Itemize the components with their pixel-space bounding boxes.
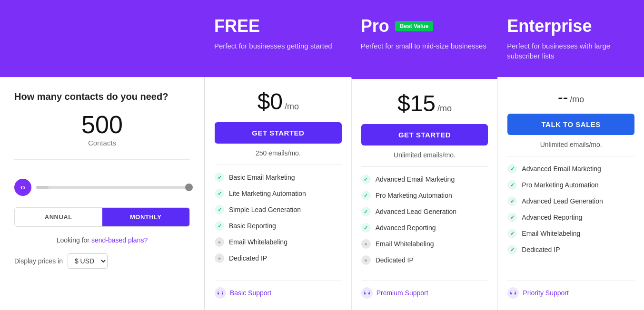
free-check-4: ● (215, 237, 224, 247)
enterprise-price-row: -- /mo (507, 88, 634, 106)
pro-feature-4: ● Email Whitelabeling (361, 239, 488, 249)
free-plan-subtitle: Perfect for businesses getting started (214, 41, 342, 51)
display-prices-label: Display prices in (14, 257, 63, 265)
enterprise-plan-subtitle: Perfect for businesses with large subscr… (507, 41, 634, 61)
enterprise-feature-3: ✓ Advanced Reporting (507, 213, 634, 222)
enterprise-check-1: ✓ (507, 180, 517, 190)
slider-thumb[interactable] (185, 184, 193, 191)
header-left-spacer (0, 11, 205, 66)
pro-feature-label-0: Advanced Email Marketing (376, 175, 455, 183)
pro-plan-header: Pro Best Value Perfect for small to mid-… (351, 11, 498, 66)
pro-emails: Unlimited emails/mo. (361, 151, 488, 167)
pro-plan-subtitle: Perfect for small to mid-size businesses (361, 41, 488, 51)
enterprise-support-icon (507, 287, 519, 299)
enterprise-feature-label-2: Advanced Lead Generation (522, 197, 603, 205)
enterprise-features-list: ✓ Advanced Email Marketing ✓ Pro Marketi… (507, 164, 634, 272)
free-plan-header: free Perfect for businesses getting star… (205, 11, 351, 66)
free-feature-4: ● Email Whitelabeling (215, 237, 342, 247)
free-feature-label-1: Lite Marketing Automation (229, 190, 306, 197)
enterprise-cta-button[interactable]: TALK TO SALES (507, 114, 634, 135)
pro-check-2: ✓ (361, 207, 371, 216)
enterprise-support-label: Priority Support (523, 289, 568, 297)
currency-select[interactable]: $ USD € EUR £ GBP (68, 253, 108, 269)
free-support-row: Basic Support (215, 280, 342, 299)
contacts-display: 500 Contacts (14, 112, 190, 147)
free-check-0: ✓ (215, 173, 224, 182)
enterprise-price-mo: /mo (570, 95, 584, 105)
slider-arrow-icon: ‹› (20, 183, 26, 192)
enterprise-feature-label-0: Advanced Email Marketing (522, 165, 601, 173)
enterprise-check-2: ✓ (507, 196, 517, 206)
pro-cta-button[interactable]: GET STARTED (361, 124, 488, 145)
enterprise-feature-label-5: Dedicated IP (522, 246, 560, 253)
free-price-mo: /mo (285, 102, 299, 112)
contacts-number: 500 (14, 112, 190, 137)
free-support-label: Basic Support (230, 289, 271, 297)
slider-container: ‹› (14, 177, 190, 198)
slider-arrow-button[interactable]: ‹› (14, 179, 31, 196)
left-panel: How many contacts do you need? 500 Conta… (0, 77, 205, 310)
free-feature-2: ✓ Simple Lead Generation (215, 205, 342, 214)
pro-feature-0: ✓ Advanced Email Marketing (361, 174, 488, 184)
free-emails: 250 emails/mo. (215, 149, 342, 165)
enterprise-emails: Unlimited emails/mo. (507, 141, 634, 156)
free-plan-column: $0 /mo GET STARTED 250 emails/mo. ✓ Basi… (205, 77, 351, 310)
free-feature-label-0: Basic Email Marketing (229, 174, 295, 181)
pro-check-0: ✓ (361, 174, 371, 184)
enterprise-check-0: ✓ (507, 164, 517, 174)
pro-feature-2: ✓ Advanced Lead Generation (361, 207, 488, 216)
enterprise-plan-column: -- /mo TALK TO SALES Unlimited emails/mo… (497, 77, 644, 310)
free-support-icon (215, 287, 226, 299)
enterprise-feature-0: ✓ Advanced Email Marketing (507, 164, 634, 174)
free-feature-label-3: Basic Reporting (229, 222, 276, 230)
send-based-prefix: Looking for (57, 236, 89, 244)
contacts-label: Contacts (14, 139, 190, 147)
pro-check-1: ✓ (361, 191, 371, 200)
pro-plan-column: $15 /mo GET STARTED Unlimited emails/mo.… (351, 77, 498, 310)
main-content: How many contacts do you need? 500 Conta… (0, 77, 644, 310)
send-based-text: Looking for send-based plans? (14, 236, 190, 244)
slider-track[interactable] (36, 186, 190, 189)
monthly-billing-option[interactable]: MONTHLY (102, 208, 190, 226)
pro-feature-3: ✓ Advanced Reporting (361, 223, 488, 232)
pro-support-icon (361, 287, 373, 299)
free-check-2: ✓ (215, 205, 224, 214)
pro-support-row: Premium Support (361, 280, 488, 299)
free-feature-3: ✓ Basic Reporting (215, 221, 342, 231)
enterprise-check-5: ✓ (507, 245, 517, 254)
enterprise-feature-label-4: Email Whitelabeling (522, 230, 580, 237)
free-check-5: ● (215, 253, 224, 263)
pro-feature-label-5: Dedicated IP (376, 256, 414, 264)
free-check-3: ✓ (215, 221, 224, 231)
enterprise-title-text: Enterprise (507, 16, 592, 36)
header-band: free Perfect for businesses getting star… (0, 0, 644, 77)
enterprise-support-row: Priority Support (507, 280, 634, 299)
pro-support-label: Premium Support (376, 289, 428, 297)
free-cta-button[interactable]: GET STARTED (215, 122, 342, 144)
pro-check-3: ✓ (361, 223, 371, 232)
free-feature-5: ● Dedicated IP (215, 253, 342, 263)
pro-feature-label-3: Advanced Reporting (376, 224, 436, 232)
enterprise-plan-title: Enterprise (507, 16, 634, 36)
pro-price-mo: /mo (437, 104, 452, 114)
best-value-badge: Best Value (395, 21, 434, 31)
free-feature-label-5: Dedicated IP (229, 254, 267, 262)
divider (14, 159, 190, 160)
pro-feature-1: ✓ Pro Marketing Automation (361, 191, 488, 200)
enterprise-feature-1: ✓ Pro Marketing Automation (507, 180, 634, 190)
free-feature-1: ✓ Lite Marketing Automation (215, 189, 342, 198)
enterprise-plan-header: Enterprise Perfect for businesses with l… (497, 11, 644, 66)
free-check-1: ✓ (215, 189, 224, 198)
pro-price-amount: $15 (397, 90, 436, 116)
pro-check-5: ● (361, 255, 371, 265)
pro-feature-5: ● Dedicated IP (361, 255, 488, 265)
send-based-link[interactable]: send-based plans? (91, 236, 148, 244)
enterprise-feature-label-1: Pro Marketing Automation (522, 181, 598, 189)
pro-title-text: Pro (361, 16, 389, 36)
free-title-text: free (214, 16, 260, 36)
annual-billing-option[interactable]: ANNUAL (15, 208, 102, 226)
pro-check-4: ● (361, 239, 371, 249)
pro-plan-title: Pro Best Value (361, 16, 488, 36)
enterprise-feature-2: ✓ Advanced Lead Generation (507, 196, 634, 206)
free-features-list: ✓ Basic Email Marketing ✓ Lite Marketing… (215, 173, 342, 272)
